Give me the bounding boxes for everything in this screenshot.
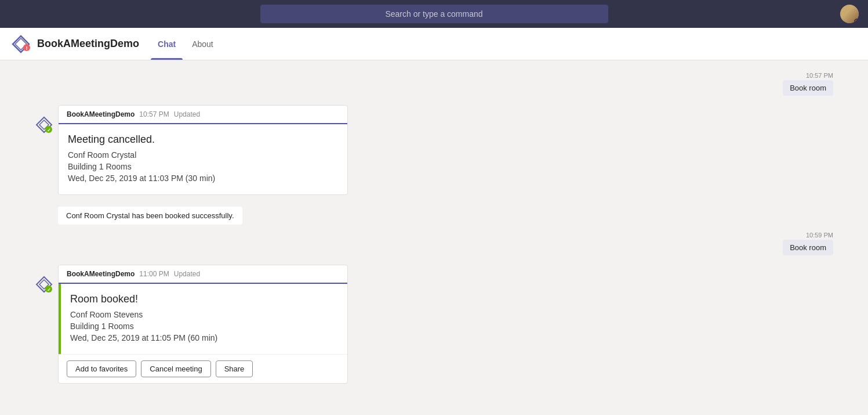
- avatar-wrapper: [840, 5, 859, 23]
- tab-nav: Chat About: [151, 28, 220, 60]
- bot-avatar-2: ✓: [35, 275, 53, 294]
- avatar-badge: [854, 19, 859, 23]
- sub-header: ! BookAMeetingDemo Chat About: [0, 28, 868, 60]
- user-avatar[interactable]: [840, 5, 859, 23]
- app-icon: !: [12, 35, 30, 53]
- card-actions-2: Add to favorites Cancel meeting Share: [59, 354, 347, 383]
- card-detail-2-2: Wed, Dec 25, 2019 at 11:05 PM (60 min): [70, 333, 338, 342]
- card-status-1: Updated: [174, 110, 200, 118]
- plain-msg-text: Conf Room Crystal has been booked succes…: [58, 207, 242, 225]
- card-title-1: Meeting cancelled.: [68, 133, 338, 146]
- bot-avatar-1: ✓: [35, 116, 53, 134]
- tab-chat[interactable]: Chat: [151, 28, 183, 60]
- search-bar-wrapper: [9, 5, 859, 23]
- cancel-meeting-button[interactable]: Cancel meeting: [141, 360, 210, 377]
- add-to-favorites-button[interactable]: Add to favorites: [67, 360, 136, 377]
- bot-card-2: ✓ BookAMeetingDemo 11:00 PM Updated Room…: [35, 265, 833, 384]
- card-sender-2: BookAMeetingDemo: [67, 270, 135, 278]
- search-input[interactable]: [260, 5, 608, 23]
- svg-text:!: !: [26, 45, 28, 51]
- msg-bubble-1: Book room: [783, 80, 833, 96]
- card-sender-1: BookAMeetingDemo: [67, 110, 135, 118]
- svg-text:✓: ✓: [47, 287, 51, 293]
- card-detail-1-0: Conf Room Crystal: [68, 150, 338, 160]
- tab-about[interactable]: About: [185, 28, 220, 60]
- plain-message: Conf Room Crystal has been booked succes…: [35, 207, 833, 225]
- booked-card: BookAMeetingDemo 11:00 PM Updated Room b…: [58, 265, 348, 384]
- share-button[interactable]: Share: [216, 360, 253, 377]
- user-message-1: 10:57 PM Book room: [35, 72, 833, 96]
- msg-bubble-2: Book room: [783, 240, 833, 255]
- card-body-2: Room booked! Conf Room Stevens Building …: [59, 284, 347, 354]
- bot-card-1: ✓ BookAMeetingDemo 10:57 PM Updated Meet…: [35, 105, 833, 195]
- card-body-1: Meeting cancelled. Conf Room Crystal Bui…: [59, 124, 347, 194]
- main-content: 10:57 PM Book room ✓ BookAMeetingDemo 10…: [0, 60, 868, 415]
- card-detail-2-0: Conf Room Stevens: [70, 310, 338, 319]
- card-time-2: 11:00 PM: [139, 270, 169, 278]
- card-header-1: BookAMeetingDemo 10:57 PM Updated: [59, 106, 347, 124]
- user-message-2: 10:59 PM Book room: [35, 232, 833, 255]
- app-title: BookAMeetingDemo: [37, 38, 139, 50]
- card-detail-2-1: Building 1 Rooms: [70, 322, 338, 331]
- card-title-2: Room booked!: [70, 293, 338, 305]
- top-bar: [0, 0, 868, 28]
- card-detail-1-1: Building 1 Rooms: [68, 162, 338, 171]
- msg-time-2: 10:59 PM: [783, 232, 833, 239]
- cancelled-card: BookAMeetingDemo 10:57 PM Updated Meetin…: [58, 105, 348, 195]
- card-header-2: BookAMeetingDemo 11:00 PM Updated: [59, 265, 347, 284]
- svg-text:✓: ✓: [47, 128, 51, 133]
- chat-area: 10:57 PM Book room ✓ BookAMeetingDemo 10…: [0, 60, 868, 415]
- card-time-1: 10:57 PM: [139, 110, 169, 118]
- card-status-2: Updated: [174, 270, 200, 278]
- msg-time-1: 10:57 PM: [783, 72, 833, 79]
- card-detail-1-2: Wed, Dec 25, 2019 at 11:03 PM (30 min): [68, 174, 338, 183]
